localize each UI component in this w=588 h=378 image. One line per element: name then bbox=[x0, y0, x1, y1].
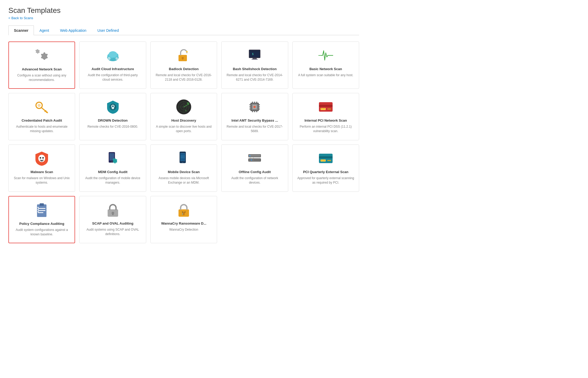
card-drown-detection[interactable]: DROWN DetectionRemote checks for CVE-201… bbox=[79, 93, 146, 140]
card-title-mobile-device-scan: Mobile Device Scan bbox=[168, 170, 200, 174]
card-title-host-discovery: Host Discovery bbox=[171, 118, 196, 123]
card-offline-config-audit[interactable]: Offline Config AuditAudit the configurat… bbox=[221, 144, 288, 192]
mobile-gear-icon bbox=[104, 150, 121, 167]
svg-rect-66 bbox=[249, 155, 250, 156]
svg-rect-87 bbox=[38, 207, 39, 208]
page-title: Scan Templates bbox=[8, 6, 359, 15]
page-container: Scan Templates < Back to Scans ScannerAg… bbox=[0, 0, 368, 250]
svg-rect-44 bbox=[323, 108, 325, 109]
tab-user-defined[interactable]: User Defined bbox=[92, 25, 124, 35]
card-desc-policy-compliance-auditing: Audit system configurations against a kn… bbox=[13, 228, 70, 237]
svg-point-19 bbox=[38, 104, 41, 107]
card-mobile-device-scan[interactable]: Mobile Device ScanAssess mobile devices … bbox=[150, 144, 217, 192]
tab-scanner[interactable]: Scanner bbox=[8, 25, 34, 35]
card-desc-intel-amt-security: Remote and local checks for CVE-2017-568… bbox=[226, 125, 284, 133]
svg-rect-42 bbox=[327, 108, 331, 110]
svg-point-33 bbox=[187, 102, 189, 104]
card-title-malware-scan: Malware Scan bbox=[30, 170, 53, 174]
gears-icon bbox=[33, 47, 50, 64]
svg-point-55 bbox=[111, 161, 112, 162]
card-title-internal-pci-network-scan: Internal PCI Network Scan bbox=[304, 118, 347, 123]
card-host-discovery[interactable]: Host DiscoveryA simple scan to discover … bbox=[150, 93, 217, 140]
card-malware-scan[interactable]: Malware ScanScan for malware on Windows … bbox=[8, 144, 75, 192]
card-desc-mdm-config-audit: Audit the configuration of mobile device… bbox=[84, 176, 141, 185]
card-title-drown-detection: DROWN Detection bbox=[98, 118, 128, 123]
svg-rect-40 bbox=[319, 105, 333, 107]
svg-point-4 bbox=[109, 51, 117, 58]
back-to-scans-link[interactable]: < Back to Scans bbox=[8, 16, 33, 20]
card-title-basic-network-scan: Basic Network Scan bbox=[309, 67, 342, 71]
card-title-wannacry-ransomware: WannaCry Ransomware D... bbox=[161, 221, 206, 226]
svg-rect-85 bbox=[38, 210, 45, 211]
svg-rect-59 bbox=[181, 154, 185, 160]
svg-rect-43 bbox=[321, 108, 323, 109]
lock-open-icon bbox=[175, 47, 192, 64]
svg-rect-16 bbox=[250, 51, 259, 52]
svg-rect-72 bbox=[251, 159, 252, 160]
card-title-badlock-detection: Badlock Detection bbox=[169, 67, 198, 71]
svg-point-26 bbox=[112, 108, 113, 108]
clipboard-icon bbox=[33, 202, 50, 219]
card-internal-pci-network-scan[interactable]: Internal PCI Network ScanPerform an inte… bbox=[292, 93, 359, 140]
cards-grid: Advanced Network ScanConfigure a scan wi… bbox=[8, 42, 359, 243]
svg-text:$: $ bbox=[252, 53, 254, 55]
svg-point-34 bbox=[185, 110, 187, 111]
svg-rect-52 bbox=[41, 160, 43, 161]
card-desc-internal-pci-network-scan: Perform an internal PCI DSS (11.2.1) vul… bbox=[297, 125, 355, 133]
card-badlock-detection[interactable]: Badlock DetectionRemote and local checks… bbox=[150, 42, 217, 89]
monitor-icon: $ bbox=[246, 47, 263, 64]
svg-rect-81 bbox=[323, 160, 325, 160]
card-scap-oval-auditing[interactable]: SCAP and OVAL AuditingAudit systems usin… bbox=[79, 196, 146, 243]
card-desc-basic-network-scan: A full system scan suitable for any host… bbox=[298, 73, 353, 77]
card-wannacry-ransomware[interactable]: WannaCry Ransomware D...WannaCry Detecti… bbox=[150, 196, 217, 243]
tabs-container: ScannerAgentWeb ApplicationUser Defined bbox=[8, 25, 359, 35]
card-bash-shellshock-detection[interactable]: $ Bash Shellshock DetectionRemote and lo… bbox=[221, 42, 288, 89]
card-desc-offline-config-audit: Audit the configuration of network devic… bbox=[226, 176, 284, 185]
card-policy-compliance-auditing[interactable]: Policy Compliance AuditingAudit system c… bbox=[8, 196, 75, 243]
card-audit-cloud-infrastructure[interactable]: Audit Cloud InfrastructureAudit the conf… bbox=[79, 42, 146, 89]
svg-rect-68 bbox=[253, 155, 254, 156]
card-credentialed-patch-audit[interactable]: Credentialed Patch AuditAuthenticate to … bbox=[8, 93, 75, 140]
tab-agent[interactable]: Agent bbox=[34, 25, 55, 35]
svg-rect-65 bbox=[249, 155, 260, 157]
svg-point-10 bbox=[186, 51, 188, 53]
svg-rect-86 bbox=[38, 212, 43, 213]
card-desc-bash-shellshock-detection: Remote and local checks for CVE-2014-627… bbox=[226, 73, 284, 82]
card-title-scap-oval-auditing: SCAP and OVAL Auditing bbox=[92, 221, 133, 226]
svg-rect-71 bbox=[249, 159, 250, 160]
svg-rect-70 bbox=[249, 159, 260, 161]
svg-rect-84 bbox=[38, 208, 45, 209]
card-intel-amt-security[interactable]: Intel AMT Security Bypass ...Remote and … bbox=[221, 93, 288, 140]
card-desc-credentialed-patch-audit: Authenticate to hosts and enumerate miss… bbox=[13, 125, 71, 133]
svg-point-5 bbox=[107, 57, 111, 60]
cloud-icon bbox=[104, 47, 121, 64]
svg-point-63 bbox=[182, 162, 183, 163]
svg-rect-89 bbox=[38, 211, 39, 212]
card-title-offline-config-audit: Offline Config Audit bbox=[239, 170, 271, 174]
card-basic-network-scan[interactable]: Basic Network ScanA full system scan sui… bbox=[292, 42, 359, 89]
keys-icon bbox=[33, 99, 50, 115]
card-desc-malware-scan: Scan for malware on Windows and Unix sys… bbox=[13, 176, 71, 185]
skull-shield-icon bbox=[33, 150, 50, 167]
tab-web-application[interactable]: Web Application bbox=[55, 25, 92, 35]
svg-line-98 bbox=[182, 213, 183, 215]
shield-lock-icon bbox=[104, 99, 121, 115]
lock-cry-icon bbox=[175, 201, 192, 218]
lock-gold-icon bbox=[104, 201, 121, 218]
svg-rect-9 bbox=[182, 58, 183, 60]
card-title-policy-compliance-auditing: Policy Compliance Auditing bbox=[19, 222, 64, 226]
card-advanced-network-scan[interactable]: Advanced Network ScanConfigure a scan wi… bbox=[8, 42, 75, 89]
svg-rect-13 bbox=[253, 58, 257, 59]
svg-point-96 bbox=[182, 211, 183, 213]
svg-rect-73 bbox=[253, 159, 254, 160]
svg-point-46 bbox=[40, 157, 41, 159]
radar-icon bbox=[175, 99, 192, 115]
svg-rect-77 bbox=[319, 156, 333, 158]
svg-rect-67 bbox=[251, 155, 252, 156]
svg-rect-14 bbox=[251, 59, 258, 60]
card-mdm-config-audit[interactable]: MDM Config AuditAudit the configuration … bbox=[79, 144, 146, 192]
card-pci-quarterly-external-scan[interactable]: PCI Quarterly External ScanApproved for … bbox=[292, 144, 359, 192]
svg-point-38 bbox=[254, 106, 256, 108]
chip-icon bbox=[246, 99, 263, 115]
svg-point-97 bbox=[185, 211, 186, 213]
